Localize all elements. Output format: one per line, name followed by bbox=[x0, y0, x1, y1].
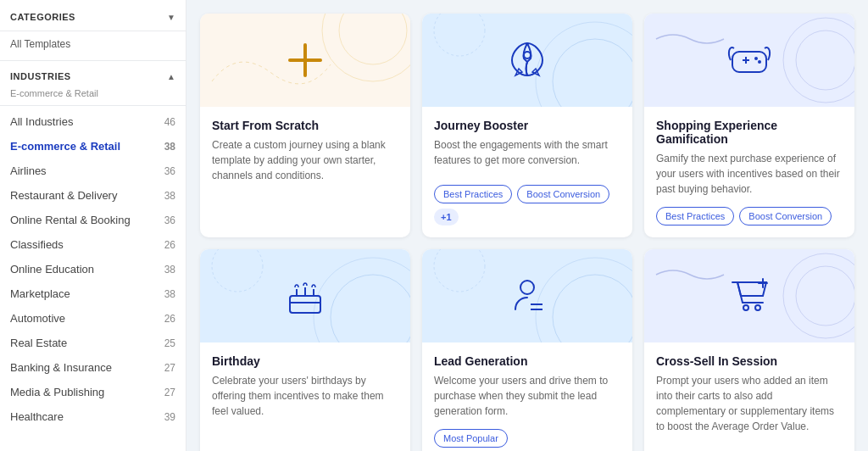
industries-label: INDUSTRIES bbox=[10, 71, 71, 81]
svg-point-0 bbox=[322, 14, 410, 81]
svg-point-32 bbox=[755, 305, 760, 310]
card-body: Journey Booster Boost the engagements wi… bbox=[422, 107, 632, 237]
sidebar-item-count: 38 bbox=[164, 288, 175, 300]
sidebar-item-label: Media & Publishing bbox=[10, 386, 104, 398]
card-desc: Welcome your users and drive them to pur… bbox=[434, 373, 620, 419]
svg-point-23 bbox=[553, 275, 632, 342]
sidebar-item-count: 25 bbox=[164, 337, 175, 349]
industries-arrow-icon: ▲ bbox=[167, 72, 175, 81]
sidebar-item-label: Marketplace bbox=[10, 287, 70, 300]
card-desc: Celebrate your users' birthdays by offer… bbox=[212, 373, 398, 443]
sidebar-item-ecommerce-retail[interactable]: E-commerce & Retail38 bbox=[0, 134, 186, 159]
card-tag[interactable]: Best Practices bbox=[656, 207, 734, 226]
sidebar-items-list: All Industries46E-commerce & Retail38Air… bbox=[0, 109, 186, 429]
sidebar-item-count: 38 bbox=[164, 141, 175, 153]
card-title: Journey Booster bbox=[434, 119, 620, 132]
card-title: Lead Generation bbox=[434, 354, 620, 368]
card-body: Start From Scratch Create a custom journ… bbox=[200, 107, 410, 237]
sidebar-item-real-estate[interactable]: Real Estate25 bbox=[0, 331, 186, 355]
categories-arrow-icon: ▼ bbox=[167, 13, 175, 22]
svg-point-15 bbox=[331, 275, 410, 342]
card-lead-generation[interactable]: Lead Generation Welcome your users and d… bbox=[422, 249, 632, 451]
card-cross-sell-in-session[interactable]: Cross-Sell In Session Prompt your users … bbox=[644, 249, 854, 451]
sidebar-item-count: 36 bbox=[164, 165, 175, 177]
card-body: Lead Generation Welcome your users and d… bbox=[422, 342, 632, 451]
industries-header: INDUSTRIES ▲ bbox=[0, 61, 186, 88]
card-icon-area bbox=[422, 249, 632, 342]
industries-section: INDUSTRIES ▲ E-commerce & Retail All Ind… bbox=[0, 61, 186, 429]
card-tag[interactable]: Boost Conversion bbox=[739, 207, 832, 226]
svg-rect-18 bbox=[290, 296, 320, 313]
card-tags: Most PopularAcquisition and Activation+1 bbox=[434, 429, 620, 451]
sidebar-item-restaurant-delivery[interactable]: Restaurant & Delivery38 bbox=[0, 183, 186, 208]
svg-point-31 bbox=[743, 305, 748, 310]
sidebar-item-count: 27 bbox=[164, 387, 175, 398]
sidebar-item-label: Online Rental & Booking bbox=[10, 214, 131, 226]
card-tags: Best PracticesBoost Conversion bbox=[656, 207, 843, 226]
svg-point-25 bbox=[434, 249, 485, 292]
card-body: Shopping Experience Gamification Gamify … bbox=[644, 107, 854, 237]
sidebar-item-count: 38 bbox=[164, 264, 175, 276]
main-content: Start From Scratch Create a custom journ… bbox=[186, 0, 868, 451]
card-tag[interactable]: Most Popular bbox=[434, 429, 508, 448]
card-start-from-scratch[interactable]: Start From Scratch Create a custom journ… bbox=[200, 14, 410, 237]
industries-breadcrumb: E-commerce & Retail bbox=[0, 88, 186, 105]
svg-point-29 bbox=[783, 253, 854, 338]
card-tag[interactable]: Best Practices bbox=[434, 185, 512, 203]
sidebar-item-label: Banking & Insurance bbox=[10, 361, 112, 374]
card-icon-area bbox=[644, 249, 854, 342]
card-icon-area bbox=[644, 14, 854, 107]
card-title: Cross-Sell In Session bbox=[656, 354, 843, 368]
sidebar-item-healthcare[interactable]: Healthcare39 bbox=[0, 404, 186, 429]
sidebar-item-online-education[interactable]: Online Education38 bbox=[0, 257, 186, 281]
sidebar-item-airlines[interactable]: Airlines36 bbox=[0, 159, 186, 183]
categories-label: CATEGORIES bbox=[10, 12, 75, 22]
card-desc: Create a custom journey using a blank te… bbox=[212, 137, 398, 226]
svg-point-17 bbox=[212, 249, 263, 292]
sidebar: CATEGORIES ▼ All Templates INDUSTRIES ▲ … bbox=[0, 0, 186, 451]
sidebar-divider bbox=[0, 105, 186, 106]
svg-point-7 bbox=[524, 52, 531, 58]
sidebar-item-label: E-commerce & Retail bbox=[10, 140, 120, 153]
categories-section-header: CATEGORIES ▼ bbox=[0, 0, 186, 31]
sidebar-item-label: Automotive bbox=[10, 312, 65, 325]
all-templates-link[interactable]: All Templates bbox=[0, 31, 186, 61]
sidebar-item-count: 26 bbox=[164, 239, 175, 251]
sidebar-item-label: Restaurant & Delivery bbox=[10, 189, 117, 202]
svg-point-14 bbox=[758, 60, 761, 64]
sidebar-item-online-rental-booking[interactable]: Online Rental & Booking36 bbox=[0, 208, 186, 232]
sidebar-item-banking-insurance[interactable]: Banking & Insurance27 bbox=[0, 355, 186, 380]
sidebar-item-media-publishing[interactable]: Media & Publishing27 bbox=[0, 380, 186, 404]
card-journey-booster[interactable]: Journey Booster Boost the engagements wi… bbox=[422, 14, 632, 237]
card-icon-area bbox=[200, 249, 410, 342]
card-birthday[interactable]: Birthday Celebrate your users' birthdays… bbox=[200, 249, 410, 451]
card-title: Start From Scratch bbox=[212, 119, 398, 132]
svg-point-4 bbox=[553, 39, 632, 107]
svg-point-26 bbox=[520, 281, 534, 294]
card-icon-area bbox=[200, 14, 410, 107]
card-tags: Best PracticesBoost Conversion+1 bbox=[434, 185, 620, 226]
sidebar-item-all-industries[interactable]: All Industries46 bbox=[0, 109, 186, 134]
card-tag-more: +1 bbox=[434, 209, 459, 226]
sidebar-item-automotive[interactable]: Automotive26 bbox=[0, 306, 186, 331]
card-title: Shopping Experience Gamification bbox=[656, 119, 843, 146]
svg-point-9 bbox=[796, 31, 854, 90]
sidebar-item-count: 38 bbox=[164, 190, 175, 202]
sidebar-item-classifieds[interactable]: Classifieds26 bbox=[0, 232, 186, 257]
sidebar-item-label: Real Estate bbox=[10, 337, 67, 349]
card-desc: Boost the engagements with the smart fea… bbox=[434, 137, 620, 175]
sidebar-item-count: 39 bbox=[164, 411, 175, 423]
svg-point-13 bbox=[754, 57, 758, 60]
card-shopping-experience-gamification[interactable]: Shopping Experience Gamification Gamify … bbox=[644, 14, 854, 237]
card-desc: Prompt your users who added an item into… bbox=[656, 373, 843, 443]
svg-point-6 bbox=[434, 14, 485, 56]
sidebar-item-label: Classifieds bbox=[10, 238, 64, 251]
sidebar-item-count: 26 bbox=[164, 313, 175, 325]
svg-point-1 bbox=[339, 14, 407, 64]
sidebar-item-marketplace[interactable]: Marketplace38 bbox=[0, 281, 186, 306]
svg-point-30 bbox=[796, 266, 854, 326]
sidebar-item-label: Healthcare bbox=[10, 410, 64, 423]
card-icon-area bbox=[422, 14, 632, 107]
cards-grid: Start From Scratch Create a custom journ… bbox=[200, 14, 854, 451]
card-tag[interactable]: Boost Conversion bbox=[517, 185, 609, 203]
